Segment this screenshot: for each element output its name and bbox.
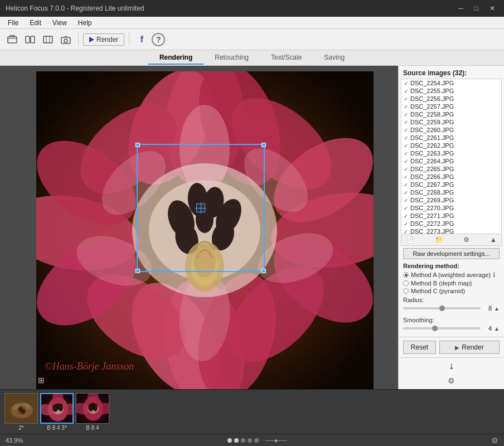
source-item-18[interactable]: ✓DSC_2272.JPG: [401, 220, 501, 227]
thumbnail-2[interactable]: [40, 393, 74, 424]
tab-saving[interactable]: Saving: [313, 51, 356, 65]
filmstrip-item-1[interactable]: 2*: [4, 393, 38, 431]
view-mode-button[interactable]: [22, 32, 38, 47]
radius-row: Radius:: [403, 297, 500, 303]
method-a-row[interactable]: Method A (weighted average) ℹ: [403, 271, 500, 279]
source-item-11[interactable]: ✓DSC_2265.JPG: [401, 165, 501, 173]
source-images-header: Source images (32):: [399, 66, 504, 79]
method-a-info[interactable]: ℹ: [493, 271, 496, 279]
svg-point-60: [56, 403, 60, 410]
dot-4[interactable]: [248, 438, 252, 443]
source-item-6[interactable]: ✓DSC_2260.JPG: [401, 126, 501, 134]
source-item-12[interactable]: ✓DSC_2266.JPG: [401, 173, 501, 181]
source-item-3[interactable]: ✓DSC_2257.JPG: [401, 103, 501, 110]
list-scroll-up[interactable]: ▲: [488, 235, 499, 244]
open-file-button[interactable]: [4, 32, 20, 47]
render-label: Render: [96, 36, 118, 43]
menu-help[interactable]: Help: [74, 18, 96, 28]
menu-edit[interactable]: Edit: [25, 18, 46, 28]
source-item-14[interactable]: ✓DSC_2268.JPG: [401, 188, 501, 196]
dot-1[interactable]: [227, 438, 232, 443]
footer-navigation: ──●──: [227, 437, 287, 444]
smoothing-slider[interactable]: [403, 327, 481, 329]
source-item-0[interactable]: ✓DSC_2254.JPG: [401, 79, 501, 87]
tab-rendering[interactable]: Rendering: [148, 51, 203, 65]
panel-settings-icon[interactable]: ⚙: [446, 375, 457, 387]
raw-development-button[interactable]: Raw development settings...: [403, 248, 500, 259]
menu-file[interactable]: File: [3, 18, 23, 28]
source-item-10[interactable]: ✓DSC_2264.JPG: [401, 157, 501, 165]
source-images-list[interactable]: ✓DSC_2254.JPG✓DSC_2255.JPG✓DSC_2256.JPG✓…: [401, 79, 502, 234]
method-c-radio[interactable]: [403, 288, 409, 294]
footer-settings-icon[interactable]: ⚙: [491, 436, 498, 445]
filmstrip-item-3[interactable]: B 8 4: [76, 393, 109, 431]
method-b-row[interactable]: Method B (depth map): [403, 280, 500, 287]
reset-button[interactable]: Reset: [403, 341, 436, 354]
maximize-button[interactable]: □: [471, 3, 482, 13]
thumbnail-3[interactable]: [76, 393, 109, 424]
minimize-button[interactable]: ─: [455, 3, 467, 13]
radius-up-icon[interactable]: ▲: [494, 306, 500, 312]
svg-rect-3: [43, 36, 52, 43]
source-item-4[interactable]: ✓DSC_2258.JPG: [401, 110, 501, 118]
toolbar: Render f ?: [0, 29, 504, 50]
title-bar: Helicon Focus 7.0.0 - Registered Lite un…: [0, 0, 504, 17]
svg-rect-0: [8, 37, 17, 43]
split-view-button[interactable]: [40, 32, 56, 47]
flower-image: [36, 71, 374, 389]
window-controls: ─ □ ✕: [455, 3, 498, 13]
filmstrip-item-2[interactable]: B 8 4 3*: [40, 393, 74, 431]
render-action-button[interactable]: ▶ Render: [439, 341, 500, 354]
smoothing-up-icon[interactable]: ▲: [494, 326, 500, 332]
footer-bar: 43.9% ──●── ⚙: [0, 434, 504, 446]
source-item-1[interactable]: ✓DSC_2255.JPG: [401, 87, 501, 95]
thumb-label-2: B 8 4 3*: [47, 425, 67, 431]
tab-text-scale[interactable]: Text/Scale: [260, 51, 313, 65]
image-viewer[interactable]: ©Hans-Börje Jansson ⊞: [0, 66, 398, 389]
list-folder-button[interactable]: 📁: [433, 235, 445, 244]
source-item-7[interactable]: ✓DSC_2261.JPG: [401, 134, 501, 142]
source-item-15[interactable]: ✓DSC_2269.JPG: [401, 196, 501, 204]
settings-section: Raw development settings... Rendering me…: [399, 246, 504, 337]
zoom-corner-icon[interactable]: ⊞: [38, 376, 45, 385]
camera-button[interactable]: [58, 32, 74, 47]
panel-bottom-icons: ⤓ ⚙: [399, 357, 504, 389]
radius-label: Radius:: [403, 297, 424, 303]
list-settings-button[interactable]: ⚙: [461, 235, 472, 244]
source-item-8[interactable]: ✓DSC_2262.JPG: [401, 142, 501, 149]
source-item-13[interactable]: ✓DSC_2267.JPG: [401, 181, 501, 188]
render-button[interactable]: Render: [83, 33, 124, 46]
tab-bar: Rendering Retouching Text/Scale Saving: [0, 50, 504, 66]
method-a-radio[interactable]: [403, 272, 409, 278]
smoothing-row: Smoothing:: [403, 317, 500, 323]
method-c-label: Method C (pyramid): [411, 288, 465, 294]
dot-5[interactable]: [254, 438, 259, 443]
thumbnail-1[interactable]: [4, 393, 38, 424]
menu-view[interactable]: View: [48, 18, 71, 28]
method-b-label: Method B (depth map): [411, 280, 472, 287]
facebook-button[interactable]: f: [134, 32, 149, 47]
tab-retouching[interactable]: Retouching: [203, 51, 260, 65]
dot-2[interactable]: [234, 438, 239, 443]
help-button[interactable]: ?: [152, 33, 165, 46]
panel-export-icon[interactable]: ⤓: [447, 360, 457, 372]
radius-slider[interactable]: [403, 307, 481, 309]
method-b-radio[interactable]: [403, 280, 409, 286]
source-item-5[interactable]: ✓DSC_2259.JPG: [401, 118, 501, 126]
source-item-9[interactable]: ✓DSC_2263.JPG: [401, 149, 501, 157]
method-a-label: Method A (weighted average): [411, 272, 491, 278]
source-item-17[interactable]: ✓DSC_2271.JPG: [401, 212, 501, 220]
toolbar-separator-2: [129, 33, 129, 46]
dot-3[interactable]: [241, 438, 245, 443]
source-item-2[interactable]: ✓DSC_2256.JPG: [401, 95, 501, 103]
zoom-slider-area[interactable]: ──●──: [265, 437, 287, 444]
right-panel: Source images (32): ✓DSC_2254.JPG✓DSC_22…: [398, 66, 504, 389]
method-c-row[interactable]: Method C (pyramid): [403, 288, 500, 294]
source-item-19[interactable]: ✓DSC_2273.JPG: [401, 227, 501, 234]
close-button[interactable]: ✕: [486, 3, 498, 13]
title-text: Helicon Focus 7.0.0 - Registered Lite un…: [6, 4, 144, 12]
list-add-button[interactable]: 📄: [404, 235, 416, 244]
toolbar-separator: [78, 33, 79, 46]
thumb-label-3: B 8 4: [86, 425, 99, 431]
source-item-16[interactable]: ✓DSC_2270.JPG: [401, 204, 501, 212]
